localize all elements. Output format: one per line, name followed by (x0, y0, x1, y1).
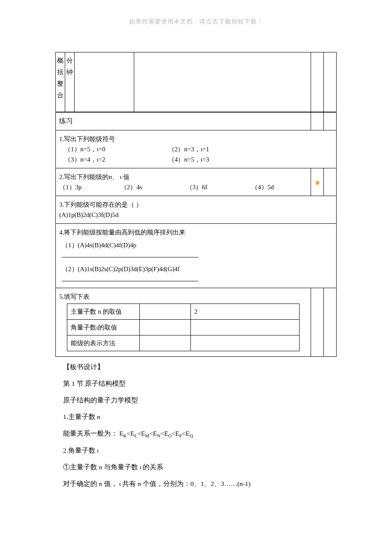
page-content: 概 括 整 合 分 钟 练习 1.写出下列能级符号 （ (55, 52, 337, 490)
header-note: 如果您需要使用本文档，请点击下载按钮下载！ (0, 17, 392, 26)
board-line3: 1.主量子数 n (63, 410, 337, 423)
q2-title: 2.写出下列能级的n、 ι 值 (59, 172, 307, 182)
empty-cell (140, 320, 191, 335)
table-row: 主量子数 n 的取值 2 (67, 304, 300, 320)
char: 整 (57, 78, 64, 90)
empty-cell (191, 320, 300, 335)
empty-cell (324, 288, 337, 357)
q5-cell: 5.填写下表 主量子数 n 的取值 2 角量子数ι的取值 能级的表示方法 (56, 288, 311, 357)
q5-inner-table: 主量子数 n 的取值 2 角量子数ι的取值 能级的表示方法 (67, 304, 300, 351)
table-row: 1.写出下列能级符号 （1）n=5，ι=0 （2）n=3，ι=1 （3）n=4，… (56, 130, 337, 168)
empty-cell (75, 52, 134, 112)
energy-relation: EK<EL<EM<EN<EO<EP<EQ (119, 430, 193, 437)
table-row: 4.将下列能级按能量由高到低的顺序排列出来 （1）(A)4s(B)4d(C)4f… (56, 224, 337, 288)
table-row: 能级的表示方法 (67, 335, 300, 351)
q5-row2-label: 角量子数ι的取值 (67, 320, 140, 335)
q1-item-2: （2）n=3，ι=1 (166, 144, 209, 154)
char: 概 (57, 55, 64, 66)
table-row: 5.填写下表 主量子数 n 的取值 2 角量子数ι的取值 能级的表示方法 (56, 288, 337, 357)
q5-row1-label: 主量子数 n 的取值 (67, 304, 140, 320)
q4-item-2: （2）(A)1s(B)2s(C)2p(D)3d(E)3p(F)4d(G)4f (59, 264, 180, 274)
empty-cell (140, 304, 191, 320)
board-line1: 第 1 节 原子结构模型 (63, 377, 337, 390)
board-section: 【板书设计】 第 1 节 原子结构模型 原子结构的量子力学模型 1.主量子数 n… (55, 360, 337, 490)
q3-title: 3.下列能级可能存在的是（ ） (59, 199, 333, 210)
exercise-table: 练习 1.写出下列能级符号 （1）n=5，ι=0 （2）n=3，ι=1 （3）n… (55, 112, 337, 357)
char: 钟 (66, 66, 73, 78)
empty-cell (311, 52, 324, 112)
q5-row1-val: 2 (191, 304, 300, 320)
q5-row3-label: 能级的表示方法 (67, 335, 140, 351)
board-line6: ①主量子数 n 与角量子数 ι 的关系 (63, 460, 337, 474)
q3-options: (A)1p(B)2d(C)3f(D)5d (59, 210, 333, 220)
board-line5: 2.角量子数 ι (63, 444, 337, 457)
table-row: 概 括 整 合 分 钟 (56, 52, 337, 112)
table-row: 2.写出下列能级的n、 ι 值 （1）3p （2）4s （3）6f （4）5d (56, 168, 337, 196)
empty-cell (311, 288, 324, 357)
q3-cell: 3.下列能级可能存在的是（ ） (A)1p(B)2d(C)3f(D)5d (56, 196, 337, 224)
empty-cell (324, 168, 337, 196)
q2-item-1: （1）3p (59, 182, 115, 192)
board-heading: 【板书设计】 (63, 360, 337, 373)
char: 分 (66, 55, 73, 66)
q3-title-text: 3.下列能级可能存在的是（ ） (59, 201, 142, 208)
vcell-1: 概 括 整 合 (56, 52, 65, 112)
top-table: 概 括 整 合 分 钟 (55, 52, 337, 112)
q1-item-1: （1）n=5，ι=0 (62, 144, 164, 154)
q4-title: 4.将下列能级按能量由高到低的顺序排列出来 (59, 227, 333, 237)
q2-item-4: （4）5d (251, 182, 274, 192)
q1-cell: 1.写出下列能级符号 （1）n=5，ι=0 （2）n=3，ι=1 （3）n=4，… (56, 130, 337, 168)
q2-item-2: （2）4s (121, 182, 180, 192)
vcell-2: 分 钟 (65, 52, 75, 112)
orange-marker-icon (316, 181, 319, 185)
exercise-title: 练习 (56, 113, 311, 130)
marker-cell (311, 168, 324, 196)
q4-item-1: （1）(A)4s(B)4d(C)4f(D)4p (59, 240, 136, 250)
table-row: 练习 (56, 113, 337, 130)
table-row: 角量子数ι的取值 (67, 320, 300, 335)
board-line4: 能量关系一般为： EK<EL<EM<EN<EO<EP<EQ (63, 427, 337, 440)
empty-cell (324, 52, 337, 112)
table-row: 3.下列能级可能存在的是（ ） (A)1p(B)2d(C)3f(D)5d (56, 196, 337, 224)
q1-title: 1.写出下列能级符号 (59, 134, 333, 144)
q5-title: 5.填写下表 (59, 292, 307, 302)
q4-cell: 4.将下列能级按能量由高到低的顺序排列出来 （1）(A)4s(B)4d(C)4f… (56, 224, 337, 288)
char: 合 (57, 90, 64, 101)
blank-line (62, 251, 198, 257)
empty-cell (191, 335, 300, 351)
blank-line (62, 275, 198, 281)
q1-item-3: （3）n=4，ι=2 (62, 154, 164, 165)
empty-cell (140, 335, 191, 351)
char: 括 (57, 66, 64, 78)
board-line7: 对于确定的 n 值， ι 共有 n 个值，分别为：0、1、2、3……(n-1) (63, 477, 337, 490)
q2-cell: 2.写出下列能级的n、 ι 值 （1）3p （2）4s （3）6f （4）5d (56, 168, 311, 196)
board-line2: 原子结构的量子力学模型 (63, 393, 337, 407)
empty-cell (324, 113, 337, 130)
empty-cell (134, 52, 311, 112)
q1-item-4: （4）n=5，ι=3 (166, 154, 209, 165)
q2-item-3: （3）6f (186, 182, 246, 192)
board-line4-prefix: 能量关系一般为： (63, 430, 118, 437)
empty-cell (311, 113, 324, 130)
